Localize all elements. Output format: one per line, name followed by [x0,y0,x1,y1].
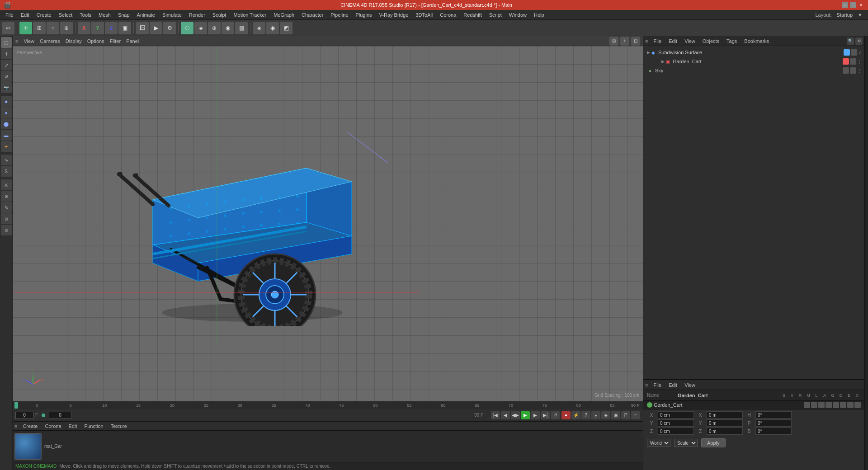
mat-menu-edit[interactable]: Edit [67,423,79,430]
menu-snap[interactable]: Snap [114,11,133,19]
play-forward-button[interactable]: ▶ [521,411,530,419]
obj-menu-objects[interactable]: Objects [701,38,721,45]
transform-tool-button[interactable]: ⊕ [60,22,73,34]
apply-button[interactable]: Apply [701,438,726,447]
cylinder-tool[interactable]: ⬤ [1,118,12,129]
material-thumbnail[interactable] [14,433,42,460]
viewport-menu-view[interactable]: View [24,38,34,44]
menu-help[interactable]: Help [530,11,548,19]
snap-settings-button[interactable]: ◉ [266,22,279,34]
render-region-button[interactable]: 🎞 [136,22,149,34]
obj-menu-edit[interactable]: Edit [667,38,679,45]
menu-tools[interactable]: Tools [76,11,95,19]
close-button[interactable]: ✕ [858,2,864,8]
point-mode-button[interactable]: ◈ [194,22,207,34]
obj-sky-render[interactable] [850,67,856,74]
obj-sky-vis[interactable] [843,67,849,74]
viewport-menu-cameras[interactable]: Cameras [40,38,60,44]
rotate-tool-button[interactable]: ○ [47,22,59,34]
obj-settings-icon[interactable]: ⚙ [855,38,863,45]
mat-menu-function[interactable]: Function [83,423,105,430]
inflate-tool[interactable]: ⊙ [1,225,12,235]
obj-expand-icon[interactable]: ▶ [647,50,650,55]
attr-menu-file[interactable]: File [651,381,663,389]
obj-menu-tags[interactable]: Tags [725,38,739,45]
minimize-button[interactable]: ─ [842,2,848,8]
attr-icon-3[interactable] [818,402,825,408]
attr-icon-8[interactable] [854,402,861,408]
step-forward-button[interactable]: ▶ [531,411,540,419]
menu-edit[interactable]: Edit [17,11,33,19]
x-position-input[interactable] [658,411,694,418]
z-rotation-input[interactable] [707,428,743,435]
obj-garden-cart-color[interactable] [843,58,849,65]
poly-mode-button[interactable]: ◉ [222,22,234,34]
menu-create[interactable]: Create [33,11,55,19]
world-select[interactable]: World [647,439,670,447]
uv-mode-button[interactable]: ▤ [235,22,248,34]
obj-vis-green-dot[interactable] [844,49,850,56]
record-button[interactable]: ● [561,411,571,419]
viewport-settings-button[interactable]: + [620,37,629,46]
menu-mesh[interactable]: Mesh [95,11,114,19]
menu-pipeline[interactable]: Pipeline [327,11,352,19]
y-position-input[interactable] [658,419,694,427]
object-mode-button[interactable]: ⬡ [181,22,193,34]
b-input[interactable] [755,428,792,435]
go-to-start-button[interactable]: |◀ [491,411,500,419]
snap-button[interactable]: ◈ [253,22,265,34]
key-settings-button[interactable]: P [621,411,630,419]
cube-tool[interactable]: ■ [1,96,12,107]
rotate-tool[interactable]: ↺ [1,71,12,82]
p-input[interactable] [755,419,792,427]
y-axis-button[interactable]: Y [91,22,104,34]
edge-mode-button[interactable]: ⊕ [208,22,221,34]
axis-all-button[interactable]: ▣ [118,22,131,34]
menu-select[interactable]: Select [55,11,76,19]
attr-menu-view[interactable]: View [683,381,697,389]
magnet-tool[interactable]: ⊗ [1,191,12,202]
menu-script[interactable]: Script [486,11,505,19]
sphere-tool[interactable]: ● [1,107,12,118]
menu-plugins[interactable]: Plugins [352,11,375,19]
attr-icon-2[interactable] [811,402,817,408]
attr-icon-4[interactable] [826,402,832,408]
loop-button[interactable]: ↺ [551,411,560,419]
x-axis-button[interactable]: X [78,22,90,34]
viewport-menu-options[interactable]: Options [87,38,104,44]
viewport-menu-display[interactable]: Display [66,38,82,44]
viewport-menu-icon[interactable]: ≡ [15,38,18,44]
maximize-button[interactable]: □ [850,2,856,8]
right-scrollbar[interactable] [864,36,868,470]
render-view-button[interactable]: ▶ [150,22,162,34]
move-tool[interactable]: ✛ [1,48,12,59]
menu-mograph[interactable]: MoGraph [270,11,298,19]
scale-select[interactable]: Scale [674,439,698,447]
y-rotation-input[interactable] [707,419,743,427]
h-input[interactable] [755,411,792,418]
obj-row-garden-cart[interactable]: ▶ ▣ Garden_Cart ⋮ [652,57,863,66]
step-back-button[interactable]: ◀ [501,411,510,419]
obj-search-icon[interactable]: 🔍 [847,38,854,45]
obj-expand-icon-2[interactable]: ▶ [661,59,665,64]
mat-menu-texture[interactable]: Texture [109,423,129,430]
menu-window[interactable]: Window [505,11,530,19]
viewport-fit-button[interactable]: ⊞ [609,37,618,46]
light-tool[interactable]: ☀ [1,141,12,152]
menu-redshift[interactable]: Redshift [460,11,485,19]
menu-vray[interactable]: V-Ray Bridge [376,11,412,19]
key-button[interactable]: ⬧ [591,411,600,419]
add-key-button[interactable]: ◈ [601,411,610,419]
obj-row-sky[interactable]: ● Sky ⋮ [645,66,863,75]
camera-tool[interactable]: 📷 [1,82,12,93]
current-frame-display[interactable] [49,412,71,419]
go-to-end-button[interactable]: ▶| [541,411,550,419]
obj-row-subdivision[interactable]: ▶ ◆ Subdivision Surface ✓ [645,48,863,57]
motion-clip-button[interactable]: ? [581,411,590,419]
knife-tool[interactable]: ⚔ [1,179,12,190]
current-frame-input[interactable] [15,412,33,419]
mat-menu-create[interactable]: Create [21,423,39,430]
spline-tool[interactable]: ∿ [1,155,12,165]
menu-sculpt[interactable]: Sculpt [209,11,230,19]
viewport[interactable]: Perspective Grid Spacing : 100 cm X Y Z [13,46,643,401]
